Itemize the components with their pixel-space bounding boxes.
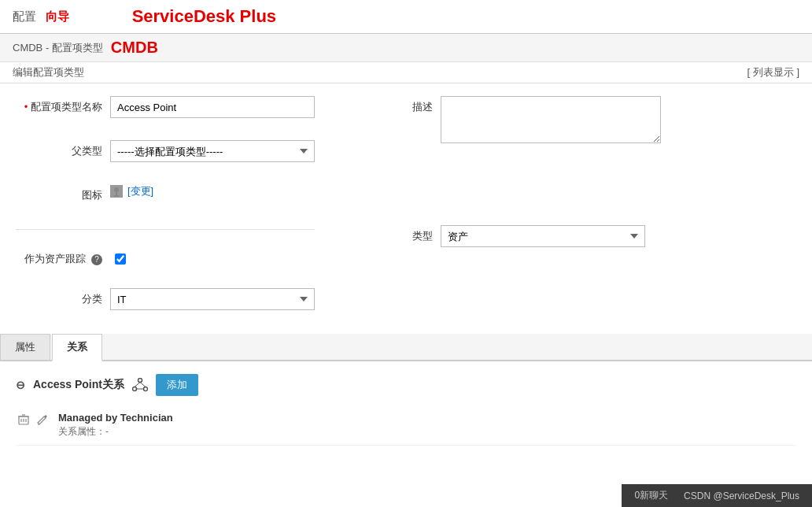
breadcrumb-bar: CMDB - 配置项类型 CMDB [0, 34, 812, 62]
category-select[interactable]: IT [110, 288, 315, 310]
name-label: 配置项类型名称 [16, 96, 110, 114]
app-title: ServiceDesk Plus [132, 6, 276, 27]
section-header: ⊖ Access Point关系 添加 [16, 374, 796, 396]
name-row: 配置项类型名称 [16, 96, 315, 118]
form-divider [16, 229, 315, 230]
help-icon[interactable]: ? [91, 254, 102, 265]
change-icon-link[interactable]: [变更] [127, 184, 153, 198]
tab-properties[interactable]: 属性 [0, 334, 50, 360]
parent-label: 父类型 [16, 140, 110, 158]
category-label: 分类 [16, 288, 110, 306]
svg-point-3 [138, 379, 142, 383]
list-display-link[interactable]: [ 列表显示 ] [747, 65, 799, 80]
desc-textarea[interactable] [441, 96, 661, 143]
csdn-label: CSDN @ServiceDesk_Plus [684, 490, 799, 501]
icon-image [110, 185, 123, 198]
svg-point-4 [132, 387, 136, 391]
asset-tracking-checkbox[interactable] [115, 254, 126, 265]
form-area: 配置项类型名称 父类型 -----选择配置项类型----- 图标 [0, 83, 812, 334]
form-right-col: 描述 类型 资产 [346, 96, 661, 321]
rel-title: Managed by Technician [58, 412, 796, 424]
svg-line-6 [135, 383, 140, 387]
parent-select[interactable]: -----选择配置项类型----- [110, 140, 315, 162]
svg-point-5 [143, 387, 147, 391]
nav-guide-link[interactable]: 向导 [46, 9, 69, 24]
type-row: 类型 资产 [346, 225, 661, 247]
tab-relations[interactable]: 关系 [52, 334, 102, 361]
two-col-form: 配置项类型名称 父类型 -----选择配置项类型----- 图标 [16, 96, 796, 321]
asset-tracking-row: 作为资产跟踪 ? [16, 252, 315, 266]
category-row: 分类 IT [16, 288, 315, 310]
name-input[interactable] [110, 96, 315, 118]
type-label: 类型 [346, 225, 441, 243]
rel-property: 关系属性：- [58, 425, 796, 439]
desc-row: 描述 [346, 96, 661, 143]
nav-links: 配置 向导 [13, 9, 69, 24]
breadcrumb-prefix: CMDB - 配置项类型 [13, 41, 103, 55]
spacer [346, 165, 661, 214]
svg-line-7 [140, 383, 146, 387]
relationship-item: Managed by Technician 关系属性：- [16, 405, 796, 446]
add-button[interactable]: 添加 [156, 374, 198, 396]
desc-label: 描述 [346, 96, 441, 114]
icon-label: 图标 [16, 184, 110, 202]
nav-config-link[interactable]: 配置 [13, 9, 36, 24]
rel-delete-icon[interactable] [16, 412, 31, 427]
sub-header: 编辑配置项类型 [ 列表显示 ] [0, 62, 812, 83]
network-icon [132, 378, 148, 392]
collapse-button[interactable]: ⊖ [16, 379, 25, 391]
edit-label: 编辑配置项类型 [13, 65, 84, 80]
tabs-bar: 属性 关系 [0, 334, 812, 361]
app-header: 配置 向导 ServiceDesk Plus [0, 0, 812, 34]
type-select[interactable]: 资产 [441, 225, 645, 247]
chat-label[interactable]: 0新聊天 [634, 489, 668, 502]
icon-display: [变更] [110, 184, 153, 198]
icon-row: 图标 [变更] [16, 184, 315, 202]
bottom-bar: 0新聊天 CSDN @ServiceDesk_Plus [622, 484, 812, 507]
rel-info: Managed by Technician 关系属性：- [58, 412, 796, 439]
form-left-col: 配置项类型名称 父类型 -----选择配置项类型----- 图标 [16, 96, 315, 321]
parent-row: 父类型 -----选择配置项类型----- [16, 140, 315, 162]
rel-edit-icon[interactable] [35, 412, 50, 427]
nav-sep [39, 9, 42, 24]
tab-content: ⊖ Access Point关系 添加 [0, 361, 812, 458]
svg-point-0 [114, 187, 119, 192]
cmdb-title: CMDB [111, 39, 158, 57]
asset-tracking-label: 作为资产跟踪 ? [16, 252, 110, 266]
section-title: Access Point关系 [33, 378, 124, 392]
rel-icons [16, 412, 50, 427]
